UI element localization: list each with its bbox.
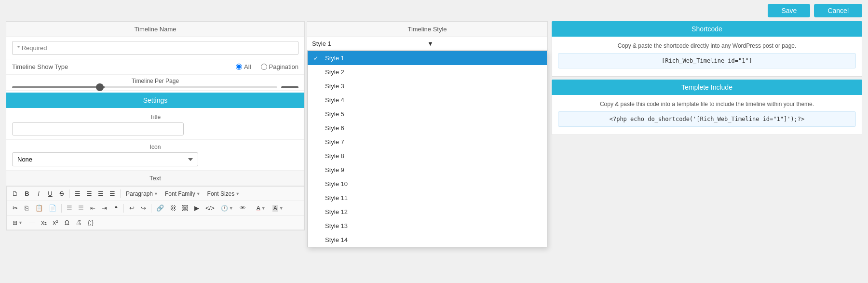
tb-style-code-button[interactable]: {;} [85,217,96,228]
tb-clock-button[interactable]: 🕐▼ [218,203,236,213]
style-option-6[interactable]: Style 6 [308,121,547,135]
style-option-9[interactable]: Style 9 [308,163,547,177]
tb-align-right-button[interactable]: ☰ [95,189,106,199]
tb-numbered-button[interactable]: ☰ [76,203,86,213]
save-button[interactable]: Save [768,4,810,17]
style-option-1[interactable]: ✓ Style 1 [308,51,547,65]
tb-code-button[interactable]: </> [203,203,217,213]
tb-table-button[interactable]: ⊞ ▼ [10,218,26,228]
radio-pagination-item[interactable]: Pagination [261,63,298,70]
tb-separator-1 [69,189,70,198]
style-dropdown: ✓ Style 1 Style 2 Style 3 Style 4 [307,51,547,247]
cancel-button[interactable]: Cancel [814,4,862,17]
style-code-icon: {;} [88,219,94,226]
tb-bold-button[interactable]: B [22,189,32,199]
tb-media-button[interactable]: ▶ [191,203,202,213]
style-option-4-label: Style 4 [325,96,344,104]
shortcode-header: Shortcode [552,21,862,37]
icon-select[interactable]: None [12,152,198,166]
style-option-13[interactable]: Style 13 [308,219,547,233]
tb-font-sizes-dropdown[interactable]: Font Sizes ▼ [204,189,243,199]
align-right-icon: ☰ [98,190,104,197]
timeline-name-input[interactable] [12,41,298,55]
italic-icon: I [38,190,40,197]
tb-separator-2 [120,189,121,198]
tb-subscript-button[interactable]: x₂ [39,217,49,228]
tb-indent-button[interactable]: ⇥ [99,203,109,213]
tb-align-center-button[interactable]: ☰ [84,189,95,199]
radio-all-input[interactable] [236,64,242,70]
tb-separator-5 [151,204,151,213]
tb-bg-color-button[interactable]: A ▼ [270,203,286,213]
tb-eye-button[interactable]: 👁 [237,203,248,213]
subscript-icon: x₂ [41,219,47,226]
style-option-12-label: Style 12 [325,208,348,216]
tb-paste-button[interactable]: 📋 [33,203,45,213]
tb-strike-button[interactable]: S [56,189,67,199]
tb-italic-button[interactable]: I [33,189,44,199]
tb-link-button[interactable]: 🔗 [154,203,166,213]
style-option-11[interactable]: Style 11 [308,191,547,205]
style-option-4[interactable]: Style 4 [308,93,547,107]
tb-font-color-button[interactable]: A ▼ [254,203,269,213]
style-option-14[interactable]: Style 14 [308,233,547,247]
tb-separator-3 [61,204,62,213]
style-option-6-label: Style 6 [325,124,344,132]
style-option-2[interactable]: Style 2 [308,65,547,79]
strikethrough-icon: S [60,190,64,197]
tb-align-justify-button[interactable]: ☰ [107,189,118,199]
tb-print-button[interactable]: 🖨 [73,217,84,228]
tb-image-button[interactable]: 🖼 [179,203,190,213]
tb-special-char-button[interactable]: Ω [62,217,72,228]
font-color-label: A [257,205,260,212]
tb-bullets-button[interactable]: ☰ [64,203,75,213]
tb-paste-text-button[interactable]: 📄 [46,203,59,213]
radio-pagination-input[interactable] [261,64,267,70]
tb-superscript-button[interactable]: x² [50,217,61,228]
eye-icon: 👁 [240,204,246,212]
style-option-10[interactable]: Style 10 [308,177,547,191]
radio-all-item[interactable]: All [236,63,251,70]
bold-icon: B [25,190,29,197]
show-type-group: Timeline Show Type All Pagination [6,59,304,75]
title-section: Title [6,110,304,140]
tb-quote-button[interactable]: ❝ [110,203,121,213]
slider-track[interactable] [12,86,277,88]
tb-underline-button[interactable]: U [45,189,55,199]
style-option-14-label: Style 14 [325,236,348,243]
slider-value [281,86,298,88]
tb-cut-button[interactable]: ✂ [10,203,20,213]
style-option-11-label: Style 11 [325,194,348,202]
tb-outdent-button[interactable]: ⇤ [87,203,98,213]
style-option-8[interactable]: Style 8 [308,149,547,163]
slider-thumb[interactable] [96,83,104,91]
print-icon: 🖨 [76,219,82,226]
icon-section: Icon None [6,140,304,171]
tb-align-left-button[interactable]: ☰ [72,189,83,199]
style-option-12[interactable]: Style 12 [308,205,547,219]
style-option-3[interactable]: Style 3 [308,79,547,93]
new-doc-icon: 🗋 [12,190,18,197]
tb-undo-button[interactable]: ↩ [126,203,137,213]
tb-unlink-button[interactable]: ⛓ [167,203,178,213]
style-option-7[interactable]: Style 7 [308,135,547,149]
style-select-trigger[interactable]: Style 1 ▼ [307,37,547,51]
text-editor-toolbar: 🗋 B I U S ☰ ☰ [6,186,304,230]
check-mark-icon: ✓ [313,55,321,62]
title-label: Title [12,114,298,121]
template-value[interactable]: <?php echo do_shortcode('[Rich_Web_Timel… [558,111,856,127]
tb-paragraph-dropdown[interactable]: Paragraph ▼ [123,189,161,199]
clock-dropdown-arrow: ▼ [229,206,233,211]
text-label: Text [6,171,304,186]
shortcode-value[interactable]: [Rich_Web_Timeline id="1"] [558,53,856,68]
style-option-2-label: Style 2 [325,68,344,76]
style-select-container: Style 1 ▼ ✓ Style 1 Style 2 Style 3 [307,37,548,51]
style-option-5[interactable]: Style 5 [308,107,547,121]
shortcode-desc: Copy & paste the shortcode directly into… [558,41,856,50]
tb-new-doc-button[interactable]: 🗋 [10,189,21,199]
tb-hr-button[interactable]: — [27,217,38,228]
tb-copy-button[interactable]: ⎘ [21,203,32,213]
title-input[interactable] [12,122,184,135]
tb-redo-button[interactable]: ↪ [138,203,149,213]
tb-font-family-dropdown[interactable]: Font Family ▼ [162,189,203,199]
